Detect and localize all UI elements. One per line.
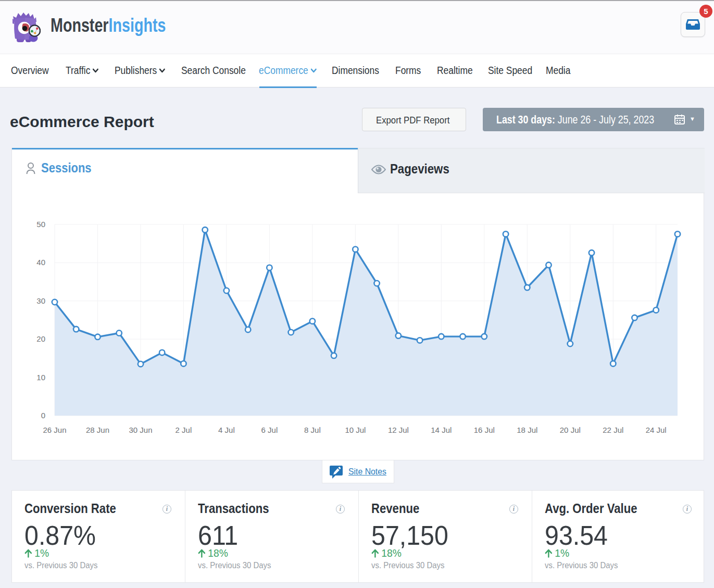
svg-text:4 Jul: 4 Jul — [218, 426, 235, 434]
svg-text:12 Jul: 12 Jul — [388, 426, 409, 434]
svg-text:26 Jun: 26 Jun — [43, 426, 66, 434]
svg-text:30 Jun: 30 Jun — [129, 426, 152, 434]
svg-text:0: 0 — [41, 411, 45, 420]
svg-text:30: 30 — [36, 296, 45, 305]
svg-text:14 Jul: 14 Jul — [431, 426, 452, 434]
svg-text:40: 40 — [36, 258, 45, 267]
svg-text:20: 20 — [36, 334, 45, 343]
svg-text:18 Jul: 18 Jul — [517, 426, 537, 434]
svg-text:10 Jul: 10 Jul — [345, 426, 366, 434]
svg-text:50: 50 — [36, 220, 45, 229]
svg-text:24 Jul: 24 Jul — [646, 426, 667, 434]
svg-text:6 Jul: 6 Jul — [261, 426, 278, 434]
svg-text:16 Jul: 16 Jul — [474, 426, 495, 434]
svg-text:8 Jul: 8 Jul — [304, 426, 321, 434]
svg-text:20 Jul: 20 Jul — [560, 426, 581, 434]
svg-text:2 Jul: 2 Jul — [176, 426, 192, 434]
svg-text:28 Jun: 28 Jun — [86, 426, 109, 434]
svg-text:22 Jul: 22 Jul — [603, 426, 623, 434]
svg-text:10: 10 — [36, 373, 45, 382]
